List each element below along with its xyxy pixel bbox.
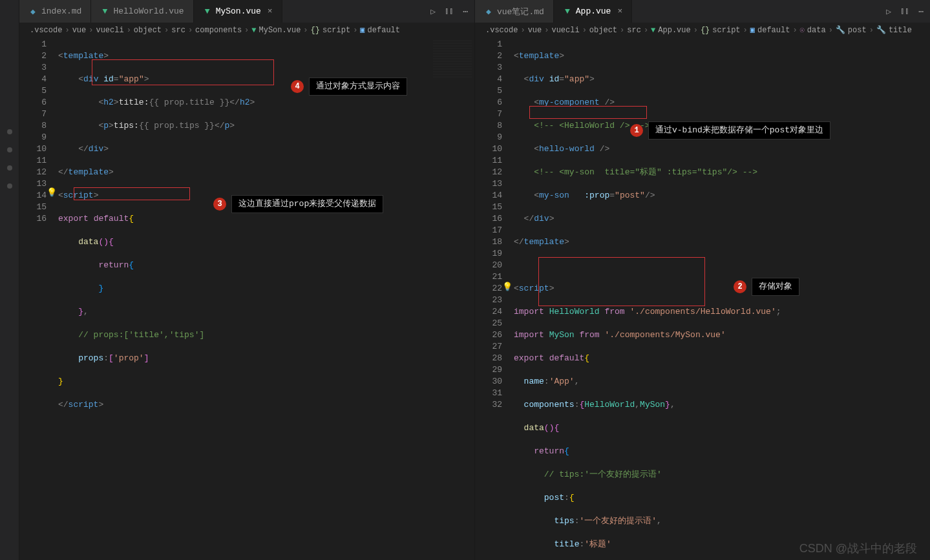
crumb[interactable]: script (712, 26, 740, 35)
tab-myson-vue[interactable]: ▼ MySon.vue × (194, 0, 282, 23)
braces-icon: {} (311, 26, 320, 35)
crumb[interactable]: MySon.vue (259, 26, 301, 35)
annotation-3: 3 这边直接通过prop来接受父传递数据 (213, 195, 383, 213)
watermark: CSDN @战斗中的老段 (799, 541, 917, 556)
more-icon[interactable]: ⋯ (463, 6, 468, 17)
editor-pane-right: ◆ vue笔记.md ▼ App.vue × ▷ ⫿⫿ ⋯ .vscode› v… (475, 0, 930, 560)
tab-label: HelloWorld.vue (113, 6, 184, 16)
markdown-icon: ◆ (484, 7, 493, 16)
crumb[interactable]: object (589, 26, 617, 35)
annotation-badge: 4 (291, 80, 304, 93)
crumb[interactable]: src (627, 26, 641, 35)
vue-icon: ▼ (563, 7, 572, 16)
crumb[interactable]: post (848, 26, 867, 35)
annotation-4: 4 通过对象方式显示内容 (291, 78, 407, 96)
run-icon[interactable]: ▷ (886, 6, 891, 17)
crumb[interactable]: vue (72, 26, 87, 35)
method-icon: ☉ (800, 25, 805, 35)
close-icon[interactable]: × (268, 6, 273, 16)
editor-pane-left: ◆ index.md ▼ HelloWorld.vue ▼ MySon.vue … (19, 0, 475, 560)
split-icon[interactable]: ⫿⫿ (900, 6, 909, 16)
vue-icon: ▼ (203, 7, 212, 16)
run-icon[interactable]: ▷ (430, 6, 436, 17)
braces-icon: {} (701, 26, 710, 35)
crumb[interactable]: data (807, 26, 826, 35)
crumb[interactable]: script (322, 26, 350, 35)
crumb[interactable]: App.vue (658, 26, 690, 35)
tab-bar: ◆ index.md ▼ HelloWorld.vue ▼ MySon.vue … (19, 0, 474, 23)
tab-vue-notes-md[interactable]: ◆ vue笔记.md (475, 0, 554, 23)
annotation-text: 这边直接通过prop来接受父传递数据 (231, 195, 383, 213)
tab-helloworld-vue[interactable]: ▼ HelloWorld.vue (91, 0, 193, 23)
crumb[interactable]: .vscode (485, 26, 518, 35)
tab-actions: ▷ ⫿⫿ ⋯ (880, 0, 930, 23)
lightbulb-icon[interactable]: 💡 (47, 187, 57, 199)
crumb[interactable]: vue (528, 26, 542, 35)
tab-index-md[interactable]: ◆ index.md (19, 0, 91, 23)
activity-indicator (7, 147, 12, 152)
crumb[interactable]: src (171, 26, 185, 35)
activity-indicator (7, 129, 12, 134)
close-icon[interactable]: × (617, 6, 622, 16)
vue-icon: ▼ (251, 26, 256, 35)
more-icon[interactable]: ⋯ (918, 6, 924, 17)
activity-indicator (7, 183, 12, 189)
key-icon: 🔧 (836, 25, 845, 35)
tab-label: MySon.vue (216, 6, 261, 16)
annotation-1: 1 通过v-bind来把数据存储一个post对象里边 (630, 121, 830, 140)
markdown-icon: ◆ (28, 7, 37, 16)
tab-label: index.md (41, 6, 81, 16)
crumb[interactable]: object (134, 26, 162, 35)
editor-body[interactable]: 12345678910111213141516 <template> <div … (19, 37, 474, 560)
activity-indicator (7, 165, 12, 171)
crumb[interactable]: .vscode (30, 26, 62, 35)
annotation-badge: 3 (213, 198, 226, 211)
annotation-badge: 2 (734, 280, 746, 293)
tab-label: App.vue (576, 6, 611, 16)
breadcrumb[interactable]: .vscode› vue› vuecli› object› src› ▼ App… (475, 23, 930, 37)
code-area[interactable]: <template> <div id="app"> <my-component … (514, 37, 930, 560)
annotation-badge: 1 (630, 124, 643, 137)
tab-app-vue[interactable]: ▼ App.vue × (554, 0, 632, 23)
crumb[interactable]: default (757, 26, 790, 35)
tab-actions: ▷ ⫿⫿ ⋯ (424, 0, 474, 23)
crumb[interactable]: vuecli (96, 26, 123, 35)
crumb[interactable]: components (195, 26, 242, 35)
code-area[interactable]: <template> <div id="app"> <h2>title:{{ p… (58, 37, 474, 560)
annotation-text: 存储对象 (752, 278, 799, 296)
annotation-text: 通过v-bind来把数据存储一个post对象里边 (648, 121, 830, 140)
crumb[interactable]: vuecli (551, 26, 579, 35)
crumb[interactable]: default (368, 26, 400, 35)
crumb[interactable]: title (889, 26, 912, 35)
module-icon: ▣ (750, 25, 755, 35)
annotation-2: 2 存储对象 (734, 278, 799, 296)
activity-bar (0, 0, 19, 560)
breadcrumb[interactable]: .vscode› vue› vuecli› object› src› compo… (19, 23, 474, 37)
line-gutter: 12345678910111213141516 (19, 37, 58, 560)
editor-body[interactable]: 1234567891011121314151617181920212223242… (475, 37, 930, 560)
tab-bar: ◆ vue笔记.md ▼ App.vue × ▷ ⫿⫿ ⋯ (475, 0, 930, 23)
vue-icon: ▼ (100, 7, 109, 16)
annotation-text: 通过对象方式显示内容 (309, 78, 407, 96)
tab-label: vue笔记.md (497, 6, 544, 17)
line-gutter: 1234567891011121314151617181920212223242… (475, 37, 514, 560)
lightbulb-icon[interactable]: 💡 (502, 282, 513, 293)
split-icon[interactable]: ⫿⫿ (445, 6, 454, 16)
key-icon: 🔧 (876, 25, 886, 35)
vue-icon: ▼ (651, 26, 655, 35)
module-icon: ▣ (360, 25, 365, 35)
split-editor: ◆ index.md ▼ HelloWorld.vue ▼ MySon.vue … (19, 0, 930, 560)
